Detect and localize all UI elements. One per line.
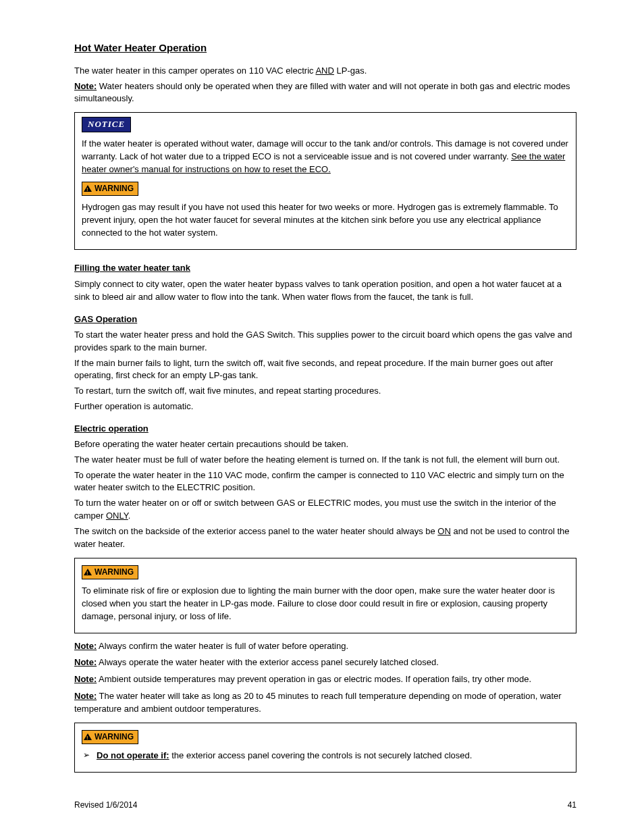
intro-text-b: LP-gas.: [334, 66, 367, 76]
note-4: Note: The water heater will take as long…: [74, 690, 576, 716]
gas-p1: To start the water heater press and hold…: [74, 329, 576, 355]
do-not-operate-label: Do not operate if:: [97, 750, 169, 760]
note-3: Note: Ambient outside temperatures may p…: [74, 673, 576, 686]
gas-p4: Further operation is automatic.: [74, 400, 576, 413]
intro-note-text: Water heaters should only be operated wh…: [74, 81, 570, 104]
page-title: Hot Water Heater Operation: [74, 41, 576, 55]
elec-p2: The water heater must be full of water b…: [74, 454, 576, 467]
notice-text-a: If the water heater is operated without …: [82, 138, 568, 161]
footer-page-number: 41: [568, 800, 576, 811]
warning-badge-3: WARNING: [82, 730, 138, 744]
warning-box-2: WARNING To eliminate risk of fire or exp…: [74, 558, 576, 633]
intro-text-a: The water heater in this camper operates…: [74, 66, 315, 76]
warning-label-1: WARNING: [95, 183, 134, 194]
intro-line-1: The water heater in this camper operates…: [74, 65, 576, 78]
filling-text: Simply connect to city water, open the w…: [74, 278, 576, 304]
warning-triangle-icon: [84, 185, 92, 192]
warning-badge-1: WARNING: [82, 182, 138, 196]
warning-badge-2: WARNING: [82, 565, 138, 579]
note-1-text: Always confirm the water heater is full …: [97, 641, 348, 651]
note-4-text: The water heater will take as long as 20…: [74, 691, 562, 714]
note-label: Note:: [74, 81, 97, 91]
note-label: Note:: [74, 674, 97, 684]
page-footer: Revised 1/6/2014 41: [74, 800, 576, 811]
note-3-text: Ambient outside temperatures may prevent…: [97, 674, 531, 684]
note-2-text: Always operate the water heater with the…: [97, 657, 439, 667]
note-label: Note:: [74, 641, 97, 651]
chevron-right-icon: ➢: [82, 750, 90, 761]
heading-filling: Filling the water heater tank: [74, 262, 576, 275]
do-not-operate-text: the exterior access panel covering the c…: [169, 750, 473, 760]
elec-p4: To turn the water heater on or off or sw…: [74, 497, 576, 523]
notice-badge: NOTICE: [82, 117, 131, 132]
intro-note: Note: Water heaters should only be opera…: [74, 80, 576, 106]
footer-revised: Revised 1/6/2014: [74, 800, 137, 811]
elec-p4a: To turn the water heater on or off or sw…: [74, 498, 556, 521]
warning-text-2: To eliminate risk of fire or explosion d…: [82, 585, 569, 623]
elec-p5: The switch on the backside of the exteri…: [74, 525, 576, 551]
note-1: Note: Always confirm the water heater is…: [74, 640, 576, 653]
warning-bullet: ➢ Do not operate if: the exterior access…: [82, 750, 569, 762]
intro-and: AND: [315, 66, 333, 76]
elec-p1: Before operating the water heater certai…: [74, 438, 576, 451]
elec-p5a: The switch on the backside of the exteri…: [74, 526, 437, 536]
warning-bullet-text: Do not operate if: the exterior access p…: [97, 750, 472, 762]
note-label: Note:: [74, 691, 97, 701]
notice-text: If the water heater is operated without …: [82, 138, 569, 176]
warning-text-1: Hydrogen gas may result if you have not …: [82, 201, 569, 240]
warning-triangle-icon: [84, 569, 92, 575]
elec-on: ON: [437, 526, 451, 536]
warning-box-3: WARNING ➢ Do not operate if: the exterio…: [74, 723, 576, 773]
gas-p3: To restart, turn the switch off, wait fi…: [74, 385, 576, 398]
elec-only: ONLY: [106, 511, 128, 521]
warning-label-3: WARNING: [95, 731, 134, 743]
notice-warning-box: NOTICE If the water heater is operated w…: [74, 112, 576, 249]
gas-p2: If the main burner fails to light, turn …: [74, 357, 576, 383]
heading-gas: GAS Operation: [74, 313, 576, 326]
note-label: Note:: [74, 657, 97, 667]
elec-p3: To operate the water heater in the 110 V…: [74, 469, 576, 495]
heading-electric: Electric operation: [74, 423, 576, 436]
note-2: Note: Always operate the water heater wi…: [74, 656, 576, 669]
warning-label-2: WARNING: [95, 567, 134, 578]
elec-p4b: .: [128, 511, 131, 521]
warning-triangle-icon: [84, 733, 92, 740]
